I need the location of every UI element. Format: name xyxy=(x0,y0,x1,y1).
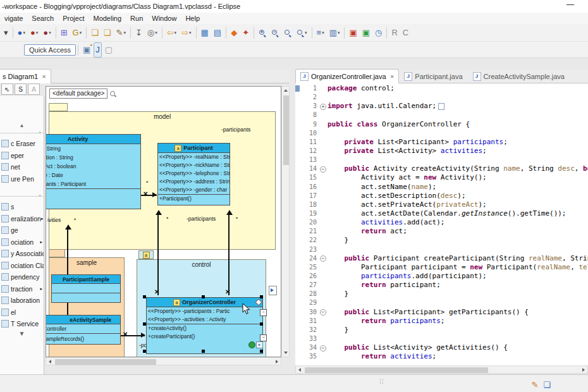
code-line[interactable]: 2 xyxy=(295,93,588,102)
recent-clock-icon[interactable]: ◷ xyxy=(373,25,384,40)
chevron-right-icon[interactable]: ▸ xyxy=(40,286,44,291)
fold-collapse-icon[interactable]: − xyxy=(320,166,326,173)
open-perspective-icon[interactable]: ▣+ xyxy=(81,42,92,58)
palette-item-net[interactable]: net xyxy=(0,161,44,173)
code-line[interactable]: 8 xyxy=(295,111,588,119)
editor-tab-participant-java[interactable]: JParticipant.java xyxy=(399,69,467,83)
code-line[interactable]: 33 xyxy=(295,334,588,343)
code-line[interactable]: 26 participants.add(participant); xyxy=(295,272,588,281)
selection-handle[interactable] xyxy=(260,350,263,353)
quick-access-button[interactable]: Quick Access xyxy=(24,44,76,56)
selection-handle[interactable] xyxy=(202,295,205,298)
diagram-vertical-scrollbar[interactable] xyxy=(281,86,290,357)
collapse-compartment-icon[interactable]: − xyxy=(260,334,267,341)
code-line[interactable]: 28 } xyxy=(295,290,588,298)
forward-icon[interactable]: ⇨▾ xyxy=(180,25,193,40)
code-line[interactable]: 23 xyxy=(295,245,588,254)
fold-collapse-icon[interactable]: − xyxy=(320,345,326,352)
vp-green-tool-icon[interactable]: ▣ xyxy=(360,25,372,40)
code-line[interactable]: 14− public Activity createActivity(Strin… xyxy=(295,164,588,173)
code-line[interactable]: 27 return participant; xyxy=(295,281,588,290)
close-icon[interactable]: ✕ xyxy=(42,74,46,80)
code-line[interactable]: 30− public List<Participant> getParticip… xyxy=(295,308,588,317)
format-wand-icon[interactable]: ✎▾ xyxy=(114,25,128,40)
menu-item-run[interactable]: Run xyxy=(126,13,147,24)
editor-tab-createactivitysample-java[interactable]: JCreateActivitySample.java xyxy=(468,69,570,83)
class-diagram-icon[interactable]: ▦ xyxy=(199,25,211,40)
code-line[interactable]: 19 act.setActDate(Calendar.getInstance()… xyxy=(295,209,588,218)
code-line[interactable]: 9public class OrganizerController { xyxy=(295,120,588,129)
editor-horizontal-scrollbar[interactable] xyxy=(295,365,588,374)
code-line[interactable]: 10 xyxy=(295,129,588,138)
palette-item-ge[interactable]: ge xyxy=(0,224,44,236)
code-line[interactable]: 34− public List<Activity> getActivities(… xyxy=(295,343,588,352)
code-line[interactable]: 12 private List<Activity> activities; xyxy=(295,147,588,156)
sweeper-tool-button[interactable]: S xyxy=(15,83,27,95)
scroll-thumb[interactable] xyxy=(55,359,156,365)
code-line[interactable]: 13 xyxy=(295,156,588,164)
palette-item-el[interactable]: el xyxy=(0,307,44,319)
diagram-tab[interactable]: s Diagram1 ✕ xyxy=(0,69,51,83)
layer-tools-icon[interactable]: ▥▾ xyxy=(328,25,342,40)
smart-resource-icon[interactable]: ▸ xyxy=(256,341,263,348)
menu-item-help[interactable]: Help xyxy=(181,13,204,24)
scroll-right-icon[interactable] xyxy=(580,366,587,374)
new-java-project-icon[interactable]: ⊞ xyxy=(59,25,70,40)
palette-separator-handle-icon[interactable]: + xyxy=(39,193,41,198)
palette-item-traction[interactable]: traction▸ xyxy=(0,283,44,295)
class-participant-sample[interactable]: ParticipantSample xyxy=(51,274,121,303)
coverage-icon[interactable]: ●▾ xyxy=(41,25,52,40)
code-line[interactable]: 1package control; xyxy=(295,84,588,93)
palette-scroll-up-icon[interactable]: ▲ xyxy=(0,123,44,130)
run-icon[interactable]: ●▾ xyxy=(28,25,40,40)
java-perspective-icon[interactable]: J xyxy=(94,42,102,58)
selection-handle[interactable] xyxy=(143,322,146,326)
association-line[interactable] xyxy=(228,214,230,295)
palette-item-c-eraser[interactable]: c Eraser xyxy=(0,138,44,150)
menu-item-search[interactable]: Search xyxy=(27,13,58,24)
palette-item-s[interactable]: s xyxy=(0,201,44,213)
sample-package-tab[interactable] xyxy=(49,249,65,257)
code-line[interactable]: 18 act.setPrivateAct(privateAct); xyxy=(295,200,588,209)
zoom-reset-icon[interactable] xyxy=(282,25,293,40)
resource-badge-icon[interactable] xyxy=(269,286,277,295)
palette-item-pendency[interactable]: pendency xyxy=(0,271,44,283)
magnifier-icon[interactable] xyxy=(110,91,115,96)
code-line[interactable]: 16 act.setName(name); xyxy=(295,183,588,192)
menu-item-project[interactable]: Project xyxy=(58,13,89,24)
back-icon[interactable]: ⇦▾ xyxy=(165,25,178,40)
scroll-up-icon[interactable] xyxy=(282,87,290,94)
scroll-thumb[interactable] xyxy=(305,367,488,373)
open-resource-icon[interactable]: ❏ xyxy=(102,25,113,40)
code-line[interactable]: 25 Participant participant = new Partici… xyxy=(295,263,588,272)
zoom-in-icon[interactable]: + xyxy=(257,25,268,40)
menu-item-vigate[interactable]: vigate xyxy=(0,13,27,24)
menu-item-window[interactable]: Window xyxy=(147,13,181,24)
diagram-canvas[interactable]: <default package> model sample a control… xyxy=(46,86,281,357)
palette-item-ure-pen[interactable]: ure Pen xyxy=(0,173,44,185)
code-editor[interactable]: 1package control;23+import java.util.Cal… xyxy=(295,83,588,365)
code-line[interactable]: 11 private List<Participant> participant… xyxy=(295,138,588,147)
vp-red-tool-icon[interactable]: ▣ xyxy=(347,25,358,40)
class-participant[interactable]: a Participant <<Property>> -realName : S… xyxy=(157,143,230,205)
chevron-right-icon[interactable]: ▸ xyxy=(40,240,44,245)
selection-handle[interactable] xyxy=(202,350,205,353)
code-line[interactable]: 31 return participants; xyxy=(295,317,588,326)
palette-item-laboration[interactable]: laboration xyxy=(0,295,44,307)
refactor-c-icon[interactable]: C xyxy=(401,25,410,40)
palette-item-eper[interactable]: eper xyxy=(0,150,44,162)
fold-expand-icon[interactable]: + xyxy=(320,104,326,110)
code-line[interactable]: 29 xyxy=(295,298,588,307)
default-package-label[interactable]: <default package> xyxy=(49,89,107,99)
selection-handle[interactable] xyxy=(260,322,263,326)
scroll-down-icon[interactable] xyxy=(282,349,290,357)
palette-separator-handle-icon[interactable]: + xyxy=(39,130,41,135)
form-diagram-icon[interactable]: ▤ xyxy=(212,25,223,40)
model-package-tab[interactable] xyxy=(49,103,68,111)
code-line[interactable]: 22 } xyxy=(295,236,588,245)
selection-handle[interactable] xyxy=(143,350,146,353)
close-icon[interactable]: ✕ xyxy=(390,74,395,80)
code-line[interactable]: 24− public Participant createParticipant… xyxy=(295,254,588,263)
palette-item-y-association[interactable]: y Association xyxy=(0,248,44,260)
class-create-activity-sample[interactable]: eActivitySample nizerController tivitySa… xyxy=(46,315,121,345)
